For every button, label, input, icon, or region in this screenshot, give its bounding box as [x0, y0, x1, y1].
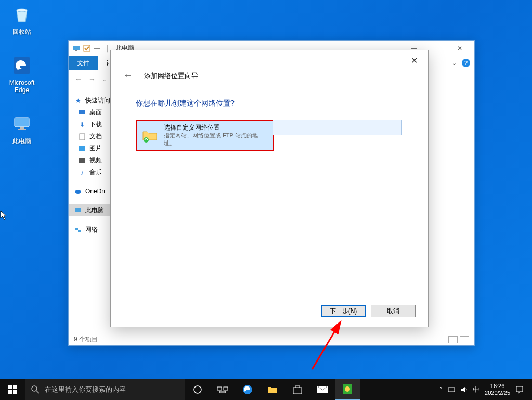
task-view-button[interactable]	[210, 379, 235, 400]
network-icon	[74, 226, 82, 234]
desktop-icon-recycle-bin[interactable]: 回收站	[3, 3, 41, 35]
taskbar: 在这里输入你要搜索的内容 ˄ 中 16:26 2020/2/25	[0, 379, 532, 400]
svg-rect-12	[79, 158, 85, 163]
taskbar-app-edge[interactable]	[235, 379, 260, 400]
volume-tray-icon[interactable]	[460, 386, 468, 393]
system-tray: ˄ 中 16:26 2020/2/25	[434, 383, 529, 396]
svg-rect-20	[13, 385, 17, 389]
option-custom-network-location[interactable]: 选择自定义网络位置 指定网站、网络位置或 FTP 站点的地址。	[136, 120, 274, 151]
close-button[interactable]: ✕	[448, 41, 471, 56]
svg-rect-14	[75, 208, 81, 212]
video-icon	[78, 157, 86, 165]
cloud-icon	[74, 187, 82, 196]
svg-point-0	[17, 9, 27, 12]
taskbar-app-explorer[interactable]	[260, 379, 285, 400]
svg-rect-21	[8, 390, 12, 394]
desktop-icon-label: 此电脑	[3, 137, 41, 145]
nav-back-button[interactable]: ←	[75, 75, 82, 83]
start-button[interactable]	[0, 379, 25, 400]
monitor-small-icon	[72, 44, 81, 53]
svg-rect-30	[293, 388, 302, 394]
edge-icon	[10, 54, 33, 77]
back-button[interactable]: ←	[121, 68, 135, 83]
svg-rect-34	[448, 388, 455, 392]
option-list-area[interactable]	[273, 120, 402, 135]
sidebar-item-label: 音乐	[89, 168, 102, 177]
sidebar-item-label: OneDri	[85, 188, 105, 195]
sidebar-item-label: 快速访问	[85, 96, 110, 105]
taskbar-app-mail[interactable]	[310, 379, 335, 400]
taskbar-app-store[interactable]	[285, 379, 310, 400]
action-center-icon[interactable]	[515, 385, 524, 394]
cursor-icon	[0, 210, 8, 221]
help-icon[interactable]: ?	[462, 59, 470, 67]
sidebar-item-this-pc[interactable]: 此电脑	[69, 204, 115, 216]
view-details-icon[interactable]	[448, 336, 458, 343]
chevron-down-icon[interactable]: ⌄	[452, 60, 457, 67]
tray-overflow-icon[interactable]: ˄	[439, 386, 443, 393]
sidebar-item-quick-access[interactable]: ★ 快速访问	[69, 95, 115, 107]
tab-file[interactable]: 文件	[69, 56, 98, 70]
svg-rect-22	[13, 390, 17, 394]
maximize-button[interactable]: ☐	[425, 41, 448, 56]
sidebar-item-label: 视频	[89, 156, 102, 165]
option-subtitle: 指定网站、网络位置或 FTP 站点的地址。	[164, 132, 267, 147]
network-tray-icon[interactable]	[448, 386, 455, 393]
picture-icon	[78, 145, 86, 153]
clock-time: 16:26	[485, 383, 510, 390]
document-icon	[78, 133, 86, 141]
download-icon: ⬇	[78, 121, 86, 129]
search-icon	[31, 385, 40, 394]
taskbar-clock[interactable]: 16:26 2020/2/25	[485, 383, 510, 396]
chevron-down-icon[interactable]: ⌄	[102, 76, 107, 83]
sidebar-item-label: 桌面	[89, 108, 102, 117]
svg-rect-3	[20, 127, 24, 129]
folder-network-icon	[142, 128, 159, 143]
sidebar-item-downloads[interactable]: ⬇ 下载	[69, 119, 115, 131]
sidebar-item-music[interactable]: ♪ 音乐	[69, 166, 115, 178]
windows-icon	[8, 385, 17, 394]
svg-rect-27	[224, 387, 228, 390]
cortana-button[interactable]	[185, 379, 210, 400]
svg-rect-6	[75, 50, 77, 51]
sidebar-item-network[interactable]: 网络	[69, 224, 115, 236]
svg-point-25	[194, 386, 201, 393]
taskbar-search[interactable]: 在这里输入你要搜索的内容	[25, 379, 185, 400]
ime-indicator[interactable]: 中	[473, 385, 479, 394]
cancel-button[interactable]: 取消	[371, 305, 416, 317]
show-desktop-button[interactable]	[529, 379, 532, 400]
desktop-icon-label: Microsoft Edge	[3, 79, 41, 94]
sidebar-item-desktop[interactable]: 桌面	[69, 107, 115, 119]
svg-rect-4	[18, 129, 26, 130]
sidebar-item-documents[interactable]: 文档	[69, 131, 115, 143]
sidebar-item-videos[interactable]: 视频	[69, 154, 115, 166]
view-large-icon[interactable]	[460, 336, 469, 343]
explorer-status-bar: 9 个项目	[69, 333, 474, 345]
next-button[interactable]: 下一步(N)	[321, 305, 366, 317]
desktop-icon-edge[interactable]: Microsoft Edge	[3, 54, 41, 94]
taskbar-app-running[interactable]	[335, 379, 360, 400]
sidebar-item-label: 文档	[89, 132, 102, 141]
monitor-icon	[74, 207, 82, 215]
search-placeholder: 在这里输入你要搜索的内容	[45, 385, 126, 394]
svg-rect-15	[75, 228, 78, 230]
svg-rect-5	[73, 46, 80, 50]
status-item-count: 9 个项目	[74, 335, 98, 344]
svg-rect-16	[78, 230, 81, 232]
bar-icon	[93, 44, 102, 53]
svg-point-23	[32, 386, 37, 391]
desktop-icon	[78, 109, 86, 117]
desktop-icon-this-pc[interactable]: 此电脑	[3, 112, 41, 145]
svg-rect-10	[80, 134, 85, 140]
svg-rect-9	[79, 110, 85, 114]
sidebar-item-pictures[interactable]: 图片	[69, 143, 115, 154]
add-network-location-wizard: ✕ ← 添加网络位置向导 你想在哪儿创建这个网络位置? 选择自定义网络位置 指定…	[110, 50, 429, 327]
sidebar-item-label: 此电脑	[85, 206, 104, 215]
close-button[interactable]: ✕	[406, 54, 423, 68]
recycle-bin-icon	[10, 3, 33, 26]
wizard-title: 添加网络位置向导	[144, 71, 198, 81]
desktop-icon-label: 回收站	[3, 28, 41, 35]
sidebar-item-onedrive[interactable]: OneDri	[69, 186, 115, 197]
nav-forward-button[interactable]: →	[88, 75, 96, 83]
svg-rect-19	[8, 385, 12, 389]
